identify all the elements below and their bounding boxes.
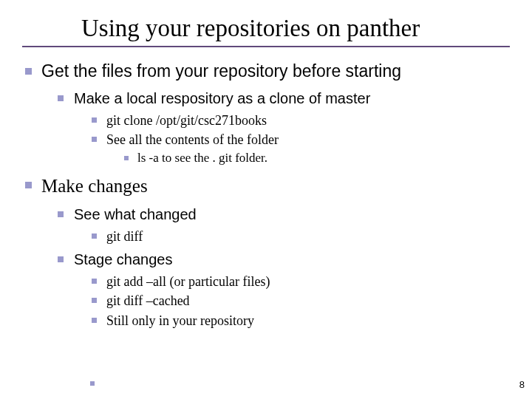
title-underline: Using your repositories on panther <box>22 15 510 47</box>
list-item-label: Get the files from your repository befor… <box>41 61 401 81</box>
list-item-label: Stage changes <box>74 251 172 267</box>
list-item-label: ls -a to see the . git folder. <box>137 151 267 165</box>
list-item-label: git clone /opt/git/csc271books <box>106 113 267 128</box>
list-item-label: Make a local respository as a clone of m… <box>74 90 370 106</box>
square-bullet-icon <box>58 211 64 217</box>
list-item: ls -a to see the . git folder. <box>123 150 510 167</box>
square-bullet-icon <box>25 182 32 188</box>
list-item: git clone /opt/git/csc271books <box>90 112 510 129</box>
list-item: Stage changes git add –all (or particula… <box>56 250 510 330</box>
list-item: git add –all (or particular files) <box>90 273 510 290</box>
list-item: git diff –cached <box>90 292 510 310</box>
list-item-label: git diff <box>106 229 143 244</box>
list-item: See all the contents of the folder ls -a… <box>90 131 510 167</box>
list-item-label: See what changed <box>74 206 197 222</box>
list-item: Make a local respository as a clone of m… <box>56 89 510 168</box>
page-number: 8 <box>519 379 525 390</box>
list-item: git diff <box>90 228 510 245</box>
list-item-label: Still only in your repository <box>106 313 254 328</box>
square-bullet-icon <box>92 318 97 323</box>
square-bullet-icon <box>25 68 32 75</box>
list-item-label: git diff –cached <box>106 293 190 308</box>
square-bullet-icon <box>92 298 97 303</box>
list-item: Still only in your repository <box>90 312 510 330</box>
square-bullet-icon <box>58 95 64 101</box>
slide-title: Using your repositories on panther <box>81 15 510 43</box>
list-item: Make changes See what changed git diff S… <box>22 174 510 330</box>
square-bullet-icon <box>92 279 97 284</box>
slide: Using your repositories on panther Get t… <box>0 0 532 399</box>
square-bullet-icon <box>90 381 95 386</box>
square-bullet-icon <box>92 233 97 239</box>
square-bullet-icon <box>92 117 97 123</box>
square-bullet-icon <box>58 256 64 262</box>
list-item-label: Make changes <box>41 176 148 196</box>
list-item-label: git add –all (or particular files) <box>106 274 270 289</box>
content-list: Get the files from your repository befor… <box>22 61 510 330</box>
list-item: See what changed git diff <box>56 205 510 245</box>
square-bullet-icon <box>92 137 97 142</box>
list-item: Get the files from your repository befor… <box>22 61 510 167</box>
list-item-label: See all the contents of the folder <box>106 132 279 147</box>
square-bullet-icon <box>124 156 129 160</box>
